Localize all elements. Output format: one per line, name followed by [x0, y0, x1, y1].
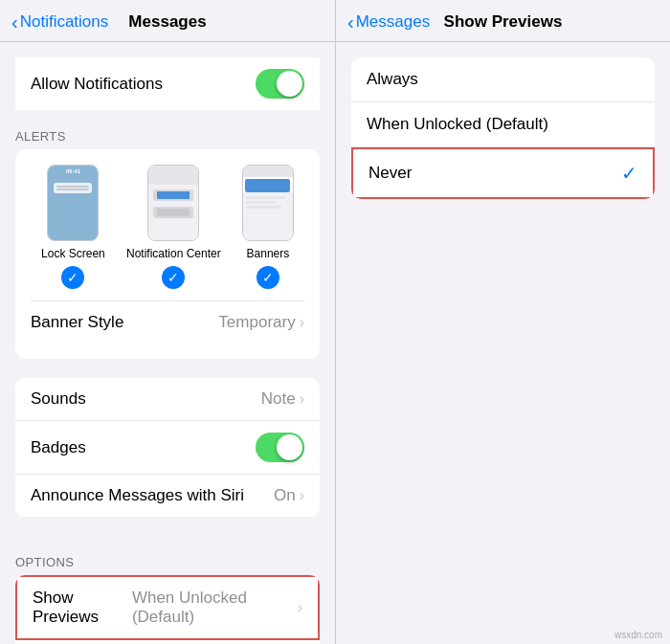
alerts-section-header: ALERTS	[0, 110, 335, 149]
sounds-chevron: ›	[300, 390, 304, 408]
watermark: wsxdn.com	[614, 630, 662, 640]
announce-chevron: ›	[300, 487, 304, 504]
right-panel-title: Show Previews	[444, 12, 563, 32]
notification-grouping-row[interactable]: Notification Grouping Automatic ›	[15, 640, 320, 644]
show-previews-label: Show Previews	[33, 588, 132, 627]
never-label: Never	[368, 164, 412, 183]
right-panel-content: Always When Unlocked (Default) Never ✓	[336, 42, 670, 644]
allow-notifications-group: Allow Notifications	[15, 57, 320, 110]
alert-icon-banners[interactable]: Banners ✓	[242, 165, 294, 289]
banners-label: Banners	[247, 247, 290, 260]
notif-bar-2	[153, 207, 193, 218]
notif-line-1	[56, 186, 89, 188]
show-previews-value: When Unlocked (Default) ›	[132, 588, 302, 627]
lock-screen-check[interactable]: ✓	[61, 266, 84, 289]
notif-line	[157, 191, 190, 199]
left-panel: ‹ Notifications Messages Allow Notificat…	[0, 0, 335, 644]
options-section-header: OPTIONS	[0, 536, 335, 575]
preview-option-always[interactable]: Always	[351, 57, 655, 102]
lock-screen-label: Lock Screen	[41, 247, 105, 260]
allow-notifications-row: Allow Notifications	[15, 57, 320, 110]
notif-center-label: Notification Center	[126, 247, 221, 260]
banner-style-row[interactable]: Banner Style Temporary ›	[15, 301, 320, 344]
back-chevron-icon: ‹	[11, 12, 18, 32]
back-label-messages: Messages	[356, 12, 430, 32]
sounds-label: Sounds	[31, 389, 86, 409]
preview-options-group: Always When Unlocked (Default) Never ✓	[351, 57, 655, 199]
back-chevron-right-icon: ‹	[347, 12, 354, 32]
banner-header	[243, 166, 293, 177]
allow-notifications-label: Allow Notifications	[31, 75, 163, 94]
announce-row[interactable]: Announce Messages with Siri On ›	[15, 475, 320, 517]
badges-row: Badges	[15, 421, 320, 475]
toggle-knob	[277, 71, 302, 97]
notif-line-2	[157, 209, 190, 216]
back-button-messages[interactable]: ‹ Messages	[347, 12, 430, 32]
banner-style-label: Banner Style	[31, 313, 123, 332]
announce-label: Announce Messages with Siri	[31, 486, 244, 505]
always-label: Always	[367, 70, 418, 89]
banner-bar	[245, 179, 290, 192]
notif-center-check[interactable]: ✓	[162, 266, 185, 289]
right-panel: ‹ Messages Show Previews Always When Unl…	[335, 0, 670, 644]
sounds-group: Sounds Note › Badges Announce Messages w…	[15, 378, 320, 517]
banners-mockup	[242, 165, 294, 241]
allow-notifications-toggle[interactable]	[256, 69, 304, 99]
alert-icons-row: 09:41 Lock Screen ✓	[31, 165, 304, 289]
alerts-container: 09:41 Lock Screen ✓	[15, 149, 320, 359]
when-unlocked-label: When Unlocked (Default)	[367, 115, 548, 134]
left-panel-title: Messages	[128, 12, 206, 32]
badges-toggle[interactable]	[256, 433, 304, 462]
back-label-notifications: Notifications	[20, 12, 109, 32]
lock-notification	[54, 183, 92, 193]
lock-screen-header: 09:41	[48, 166, 98, 177]
left-panel-content: Allow Notifications ALERTS 09:41	[0, 42, 335, 644]
alert-icon-lock-screen[interactable]: 09:41 Lock Screen ✓	[41, 165, 105, 289]
preview-option-when-unlocked[interactable]: When Unlocked (Default)	[351, 102, 655, 147]
banners-check[interactable]: ✓	[257, 266, 279, 289]
notif-bar-1	[153, 189, 193, 201]
banner-style-value: Temporary ›	[218, 313, 304, 332]
options-group: Show Previews When Unlocked (Default) › …	[15, 575, 320, 644]
left-nav-header: ‹ Notifications Messages	[0, 0, 335, 42]
badges-toggle-knob	[277, 434, 302, 460]
lock-screen-mockup: 09:41	[47, 165, 99, 241]
alert-icon-notification-center[interactable]: Notification Center ✓	[126, 165, 221, 289]
show-previews-chevron: ›	[298, 599, 302, 616]
preview-option-never[interactable]: Never ✓	[351, 147, 655, 199]
banner-style-chevron: ›	[300, 314, 304, 331]
right-nav-header: ‹ Messages Show Previews	[336, 0, 670, 42]
notif-line-2	[56, 189, 89, 190]
notif-center-mockup	[147, 165, 199, 241]
show-previews-row[interactable]: Show Previews When Unlocked (Default) ›	[15, 575, 320, 640]
announce-value: On ›	[274, 486, 304, 505]
badges-label: Badges	[31, 438, 86, 457]
sounds-value: Note ›	[261, 389, 304, 409]
sounds-row[interactable]: Sounds Note ›	[15, 378, 320, 421]
back-button-notifications[interactable]: ‹ Notifications	[11, 12, 108, 32]
notif-center-header	[148, 166, 198, 185]
never-checkmark: ✓	[621, 162, 637, 185]
banner-body	[243, 192, 293, 240]
